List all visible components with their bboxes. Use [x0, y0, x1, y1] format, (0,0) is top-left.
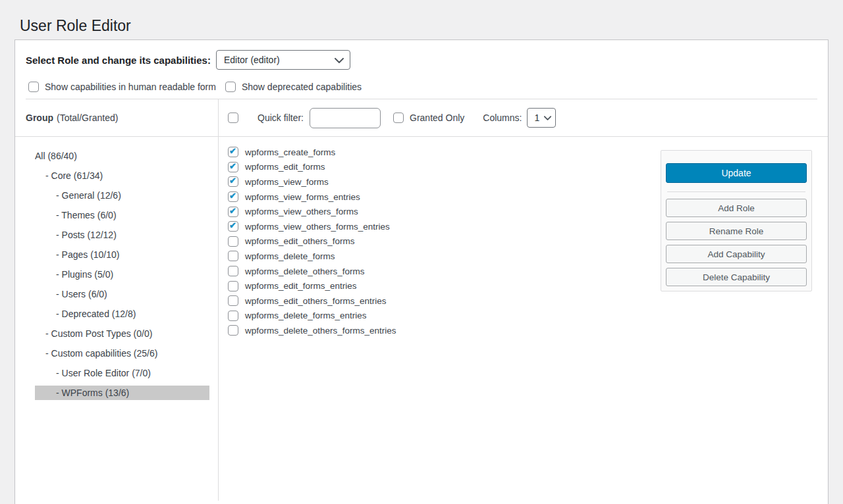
capability-checkbox-wpforms_view_forms_entries[interactable] [228, 191, 238, 202]
capability-label: wpforms_edit_forms [245, 162, 325, 172]
actions-divider [667, 191, 805, 192]
capability-checkbox-wpforms_delete_forms_entries[interactable] [228, 311, 238, 321]
capability-checkbox-wpforms_edit_forms[interactable] [228, 162, 238, 172]
group-item-deprecated[interactable]: - Deprecated (12/8) [35, 307, 209, 321]
deprecated-checkbox[interactable] [225, 82, 236, 92]
chevron-down-icon [335, 58, 344, 63]
capability-checkbox-wpforms_edit_forms_entries[interactable] [228, 281, 238, 291]
group-header-title: Group [26, 113, 53, 123]
capability-label: wpforms_view_others_forms_entries [245, 222, 390, 232]
group-header-suffix: (Total/Granted) [57, 113, 118, 123]
capability-row: wpforms_delete_others_forms_entries [228, 323, 828, 338]
add-role-button[interactable]: Add Role [666, 199, 807, 217]
capability-checkbox-wpforms_edit_others_forms[interactable] [228, 236, 238, 247]
capability-label: wpforms_delete_others_forms_entries [245, 326, 396, 336]
group-header: Group (Total/Granted) [15, 99, 219, 136]
granted-only-label: Granted Only [410, 113, 464, 123]
page-title: User Role Editor [20, 17, 843, 35]
columns-select[interactable]: 1 [527, 108, 556, 128]
group-item-custom-capabilities[interactable]: - Custom capabilities (25/6) [35, 346, 209, 361]
group-item-core[interactable]: - Core (61/34) [35, 168, 209, 183]
quick-filter-input[interactable] [310, 108, 381, 128]
role-select-value: Editor (editor) [224, 55, 280, 65]
capability-checkbox-wpforms_delete_others_forms[interactable] [228, 266, 238, 276]
capability-checkbox-wpforms_delete_forms[interactable] [228, 251, 238, 261]
rename-role-button[interactable]: Rename Role [666, 222, 807, 240]
select-all-checkbox[interactable] [228, 113, 238, 123]
role-selector-label: Select Role and change its capabilities: [26, 55, 211, 66]
deprecated-label: Show deprecated capabilities [242, 82, 362, 92]
human-readable-checkbox[interactable] [28, 82, 39, 92]
add-capability-button[interactable]: Add Capability [666, 245, 807, 263]
group-item-posts[interactable]: - Posts (12/12) [35, 228, 209, 242]
capability-label: wpforms_edit_forms_entries [245, 281, 357, 291]
capability-label: wpforms_edit_others_forms [245, 236, 355, 246]
update-button[interactable]: Update [666, 163, 807, 183]
group-item-themes[interactable]: - Themes (6/0) [35, 208, 209, 222]
capability-row: wpforms_delete_forms_entries [228, 309, 828, 324]
capabilities-area: wpforms_create_formswpforms_edit_formswp… [219, 137, 828, 501]
delete-capability-button[interactable]: Delete Capability [666, 268, 807, 286]
capability-label: wpforms_view_forms_entries [245, 192, 360, 202]
capability-groups-tree: All (86/40)- Core (61/34)- General (12/6… [15, 137, 219, 501]
columns-label: Columns: [483, 113, 522, 123]
capability-label: wpforms_view_forms [245, 177, 329, 187]
role-select[interactable]: Editor (editor) [216, 50, 350, 70]
granted-only-checkbox[interactable] [393, 113, 404, 123]
chevron-down-icon [544, 116, 551, 120]
group-item-custom-post-types[interactable]: - Custom Post Types (0/0) [35, 326, 209, 341]
user-role-editor-panel: Select Role and change its capabilities:… [14, 39, 829, 504]
quick-filter-label: Quick filter: [258, 113, 304, 123]
main-area: All (86/40)- Core (61/34)- General (12/6… [15, 137, 828, 501]
group-item-user-role-editor[interactable]: - User Role Editor (7/0) [35, 366, 209, 380]
capability-checkbox-wpforms_view_others_forms[interactable] [228, 207, 238, 217]
role-selector-row: Select Role and change its capabilities:… [15, 40, 828, 70]
actions-panel: Update Add Role Rename Role Add Capabili… [661, 150, 812, 291]
columns-select-value: 1 [534, 113, 539, 123]
capability-checkbox-wpforms_view_others_forms_entries[interactable] [228, 221, 238, 232]
group-item-wpforms[interactable]: - WPForms (13/6) [35, 386, 209, 400]
capability-label: wpforms_edit_others_forms_entries [245, 296, 387, 306]
group-item-general[interactable]: - General (12/6) [35, 188, 209, 203]
group-item-plugins[interactable]: - Plugins (5/0) [35, 267, 209, 282]
group-item-users[interactable]: - Users (6/0) [35, 287, 209, 301]
human-readable-label: Show capabilities in human readable form [45, 82, 216, 92]
capability-label: wpforms_delete_forms_entries [245, 311, 367, 320]
filter-header-row: Group (Total/Granted) Quick filter: Gran… [15, 99, 828, 137]
group-item-pages[interactable]: - Pages (10/10) [35, 247, 209, 262]
capability-label: wpforms_view_others_forms [245, 207, 358, 216]
capability-label: wpforms_delete_others_forms [245, 266, 365, 276]
display-options-row: Show capabilities in human readable form… [15, 82, 828, 92]
capability-checkbox-wpforms_edit_others_forms_entries[interactable] [228, 295, 238, 306]
capability-row: wpforms_edit_others_forms_entries [228, 293, 828, 309]
quick-filter-bar: Quick filter: Granted Only Columns: 1 [219, 99, 828, 136]
capability-checkbox-wpforms_delete_others_forms_entries[interactable] [228, 325, 238, 336]
group-item-all[interactable]: All (86/40) [35, 149, 209, 163]
capability-checkbox-wpforms_create_forms[interactable] [228, 147, 238, 157]
capability-checkbox-wpforms_view_forms[interactable] [228, 176, 238, 187]
capability-label: wpforms_delete_forms [245, 251, 335, 261]
capability-label: wpforms_create_forms [245, 147, 335, 157]
